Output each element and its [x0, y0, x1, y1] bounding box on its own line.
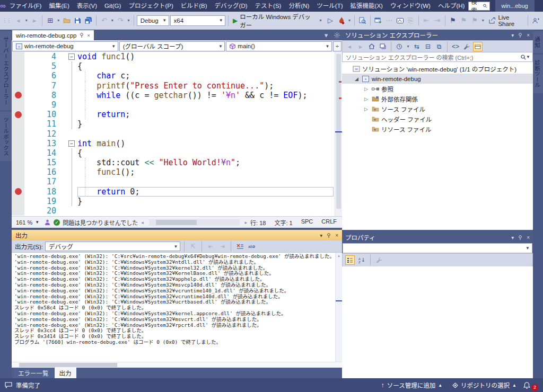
add-to-source-control-button[interactable]: ↑ ソース管理に追加 ▲: [378, 381, 445, 389]
start-debugging-button[interactable]: ▶ ローカル Windows デバッガー ▾: [231, 15, 325, 26]
message-bubble-icon[interactable]: [5, 382, 12, 388]
document-tab[interactable]: win-remote-debug.cpp ×: [12, 30, 94, 40]
word-wrap-icon[interactable]: ab: [247, 242, 256, 251]
autohide-tab[interactable]: サーバー エクスプローラー: [0, 31, 12, 110]
code-line[interactable]: 16 func1();: [12, 167, 335, 177]
notification-badge[interactable]: 2: [531, 384, 538, 391]
close-icon[interactable]: ×: [335, 233, 338, 238]
ime-icon[interactable]: [395, 15, 405, 26]
split-editor-button[interactable]: ÷: [333, 41, 341, 51]
breakpoint-gutter[interactable]: [12, 129, 24, 139]
save-all-icon[interactable]: [83, 15, 93, 26]
caret-line-indicator[interactable]: 行: 18: [250, 218, 266, 227]
breakpoint-gutter[interactable]: [12, 81, 24, 91]
output-title-bar[interactable]: 出力 ▾ ×: [12, 230, 342, 240]
open-folder-icon[interactable]: [62, 15, 72, 26]
menu-item[interactable]: 拡張機能(X): [347, 0, 387, 12]
search-options-dropdown[interactable]: ▼: [526, 55, 530, 59]
code-line[interactable]: 5{: [12, 61, 335, 71]
code-line[interactable]: 18 return 0;: [12, 187, 335, 197]
hscroll-left-arrow[interactable]: ◂: [141, 220, 144, 225]
window-position-dropdown-icon[interactable]: ▾: [511, 32, 514, 38]
document-health-indicator[interactable]: ✓ 問題は見つかりませんでした: [54, 218, 138, 227]
breakpoint-gutter[interactable]: [12, 119, 24, 129]
code-line[interactable]: 15 std::cout << "Hello World!¥n";: [12, 158, 335, 167]
hot-reload-dropdown[interactable]: ▾: [347, 18, 352, 23]
document-list-dropdown-icon[interactable]: ▾: [321, 30, 331, 40]
hscroll-right-arrow[interactable]: ▸: [245, 220, 248, 225]
code-line[interactable]: 6 char c;: [12, 71, 335, 81]
breakpoint-dot[interactable]: [15, 188, 22, 195]
tree-item[interactable]: ▷外部依存関係: [342, 94, 533, 104]
menu-item[interactable]: Git(G): [101, 0, 125, 12]
collapse-all-icon[interactable]: ⊟: [423, 42, 433, 51]
tree-expander-icon[interactable]: ◢: [354, 76, 360, 82]
live-share-label[interactable]: Live Share: [498, 14, 525, 27]
tree-item[interactable]: ▷ソース ファイル: [342, 104, 533, 114]
breakpoint-gutter[interactable]: [12, 167, 24, 177]
feedback-icon[interactable]: [531, 15, 541, 26]
menu-item[interactable]: ビルド(B): [177, 0, 211, 12]
breakpoint-gutter[interactable]: [12, 61, 24, 71]
breakpoint-gutter[interactable]: [12, 100, 24, 110]
toolbar-grip[interactable]: ⋮⋮: [2, 17, 11, 23]
new-project-icon[interactable]: ⊞: [45, 15, 55, 26]
code-line[interactable]: 11}: [12, 119, 335, 129]
member-dropdown[interactable]: main() ▼: [226, 41, 332, 51]
breakpoint-gutter[interactable]: [12, 52, 24, 61]
select-repository-button[interactable]: リポジトリの選択 ▲: [449, 381, 520, 389]
menu-item[interactable]: 編集(E): [45, 0, 73, 12]
menu-item[interactable]: デバッグ(D): [211, 0, 251, 12]
solution-explorer-title-bar[interactable]: ソリューション エクスプローラー ▾ ×: [342, 30, 533, 40]
tool-tab-error-list[interactable]: エラー一覧: [13, 368, 54, 379]
autohide-tab[interactable]: ツールボックス: [0, 112, 12, 162]
copy-path-icon[interactable]: ⧉: [434, 42, 444, 51]
pin-icon[interactable]: [80, 33, 84, 38]
breakpoint-gutter[interactable]: [12, 148, 24, 158]
code-line[interactable]: 19}: [12, 197, 335, 206]
code-line[interactable]: 12: [12, 129, 335, 139]
properties-title-bar[interactable]: プロパティ ▾ ×: [342, 232, 533, 243]
new-project-dropdown[interactable]: ▾: [56, 18, 60, 23]
start-without-debugging-icon[interactable]: ▷: [326, 15, 336, 26]
tree-item[interactable]: リソース ファイル: [342, 124, 533, 134]
autohide-tab[interactable]: 通知: [533, 31, 543, 53]
autohide-tab[interactable]: 診断ツール: [533, 55, 543, 93]
categorized-view-icon[interactable]: [345, 255, 355, 265]
scope-dropdown[interactable]: (グローバル スコープ) ▼: [119, 41, 225, 51]
debug-target-dropdown[interactable]: ▾: [318, 18, 322, 23]
alphabetical-sort-icon[interactable]: AZ: [357, 255, 366, 265]
breakpoint-gutter[interactable]: [12, 110, 24, 119]
project-dropdown[interactable]: + win-remote-debug ▼: [12, 41, 118, 51]
window-position-dropdown-icon[interactable]: ▾: [511, 235, 514, 240]
code-line[interactable]: 17: [12, 177, 335, 186]
caret-column-indicator[interactable]: 文字: 1: [274, 218, 292, 227]
tree-item[interactable]: ヘッダー ファイル: [342, 114, 533, 124]
find-in-files-icon[interactable]: [357, 15, 367, 26]
menu-item[interactable]: テスト(S): [251, 0, 285, 12]
tool-tab-output[interactable]: 出力: [55, 368, 76, 379]
code-line[interactable]: 9: [12, 100, 335, 110]
code-line[interactable]: 4−void func1(): [12, 52, 335, 61]
live-share-icon[interactable]: [487, 15, 497, 26]
menu-item[interactable]: 分析(N): [285, 0, 313, 12]
hot-reload-icon[interactable]: [336, 15, 346, 26]
editor-options-gear-icon[interactable]: [331, 30, 342, 40]
pin-icon[interactable]: [518, 33, 522, 38]
show-all-files-icon[interactable]: [473, 42, 483, 51]
close-tab-icon[interactable]: ×: [87, 33, 90, 38]
code-line[interactable]: 10 return;: [12, 110, 335, 119]
breakpoint-gutter[interactable]: [12, 158, 24, 167]
output-content[interactable]: 'win-remote-debug.exe' (Win32): 'C:¥src¥…: [12, 253, 342, 362]
attach-to-process-icon[interactable]: [373, 15, 383, 26]
menu-item[interactable]: ツール(T): [313, 0, 346, 12]
save-icon[interactable]: [73, 15, 83, 26]
pin-icon[interactable]: [327, 233, 331, 238]
pin-icon[interactable]: [518, 235, 522, 240]
breakpoint-dot[interactable]: [15, 111, 22, 118]
platform-combobox[interactable]: x64▼: [170, 15, 226, 26]
tree-expander-icon[interactable]: ▷: [363, 96, 369, 102]
editor-vertical-scrollbar[interactable]: [335, 52, 342, 216]
eol-indicator[interactable]: CRLF: [321, 218, 337, 227]
breakpoint-gutter[interactable]: [12, 91, 24, 100]
